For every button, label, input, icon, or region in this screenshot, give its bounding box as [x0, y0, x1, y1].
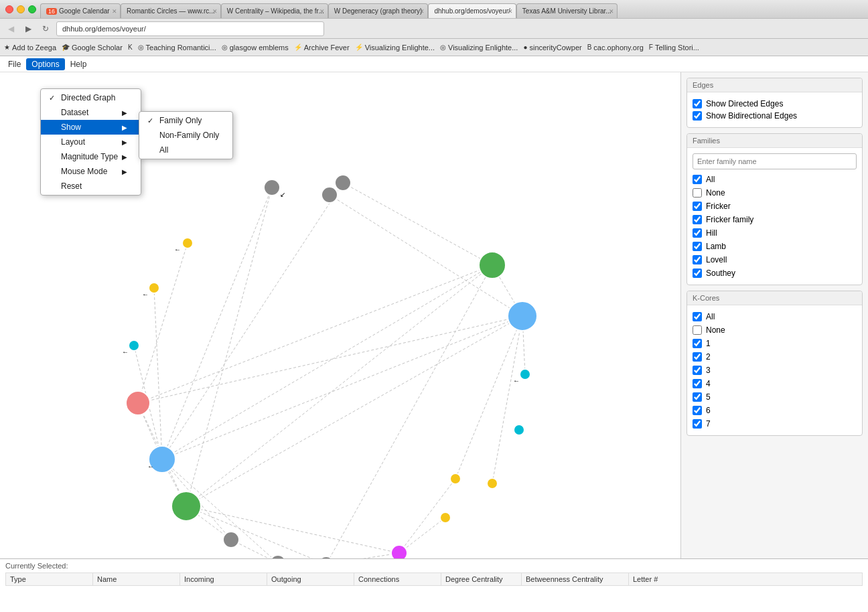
tab-dhhub[interactable]: dhhub.org/demos/voyeur/ ✕ — [428, 3, 516, 18]
kcores-list: All None 1 — [687, 305, 862, 435]
tab-romantic-circles[interactable]: Romantic Circles — www.rc... ✕ — [121, 3, 221, 18]
bookmark-visualizing[interactable]: ◎ Visualizing Enlighte... — [440, 44, 518, 52]
tab-centrality[interactable]: W Centrality – Wikipedia, the fr... ✕ — [221, 3, 328, 18]
arrow-icon: ▶ — [122, 168, 127, 175]
bookmark-add-to-zeega[interactable]: ★ Add to Zeega — [4, 44, 56, 52]
kcore-4-row: 4 — [693, 378, 857, 390]
family-lovell-checkbox[interactable] — [693, 255, 702, 264]
graph-area[interactable]: ↙ ↙ ← ← ← — [0, 72, 680, 558]
svg-point-41 — [129, 340, 139, 351]
dropdown-reset[interactable]: Reset — [41, 179, 141, 194]
family-all-row: All — [693, 173, 857, 185]
svg-line-20 — [138, 243, 188, 403]
kcore-none-row: None — [693, 324, 857, 336]
visualizing-icon: ◎ — [440, 44, 446, 51]
tab-degeneracy[interactable]: W Degeneracy (graph theory) ✕ — [328, 3, 429, 18]
family-all-checkbox[interactable] — [693, 175, 702, 184]
forward-button[interactable]: ▶ — [21, 22, 35, 35]
family-search-input[interactable] — [693, 153, 857, 169]
family-none-checkbox[interactable] — [693, 188, 702, 198]
tab-google-calendar[interactable]: 16 Google Calendar ✕ — [40, 3, 121, 18]
refresh-button[interactable]: ↻ — [39, 22, 52, 35]
bookmark-telling[interactable]: F Telling Stori... — [649, 44, 699, 52]
show-all[interactable]: All — [139, 143, 232, 157]
family-fricker-checkbox[interactable] — [693, 202, 702, 211]
tab-close-icon[interactable]: ✕ — [609, 8, 614, 15]
tab-tamu[interactable]: Texas A&M University Librar... ✕ — [516, 3, 618, 18]
tab-close-icon[interactable]: ✕ — [508, 8, 513, 15]
svg-line-7 — [326, 265, 492, 558]
kcore-1-label: 1 — [706, 339, 711, 348]
families-section-title: Families — [687, 134, 862, 148]
address-input[interactable] — [56, 21, 324, 36]
dropdown-layout[interactable]: Layout ▶ — [41, 135, 141, 149]
show-submenu: ✓ Family Only Non-Family Only All — [139, 111, 233, 159]
cacophony-icon: B — [587, 44, 592, 51]
teaching-icon: ◎ — [138, 44, 144, 51]
svg-line-21 — [154, 288, 162, 459]
family-lovell-label: Lovell — [706, 255, 727, 264]
col-name: Name — [93, 573, 180, 585]
menu-help[interactable]: Help — [65, 58, 92, 70]
family-fricker-family-checkbox[interactable] — [693, 215, 702, 224]
dropdown-directed-graph[interactable]: ✓ Directed Graph — [41, 90, 141, 105]
dropdown-mouse-mode[interactable]: Mouse Mode ▶ — [41, 164, 141, 179]
bookmark-glasgow[interactable]: ◎ glasgow emblems — [222, 44, 289, 52]
family-none-row: None — [693, 187, 857, 199]
title-bar: 16 Google Calendar ✕ Romantic Circles — … — [0, 0, 868, 19]
kcore-2-checkbox[interactable] — [693, 352, 702, 362]
family-lamb-label: Lamb — [706, 242, 726, 251]
tab-close-icon[interactable]: ✕ — [319, 8, 325, 15]
close-button[interactable] — [5, 5, 13, 13]
menu-file[interactable]: File — [3, 58, 26, 70]
kcore-5-checkbox[interactable] — [693, 392, 702, 402]
bookmark-google-scholar[interactable]: 🎓 Google Scholar — [62, 44, 123, 52]
bookmark-archive[interactable]: ⚡ Archive Fever — [294, 44, 350, 52]
arrow-icon: ▶ — [122, 109, 127, 117]
tab-close-icon[interactable]: ✕ — [212, 8, 218, 15]
tab-close-icon[interactable]: ✕ — [112, 8, 117, 15]
family-southey-checkbox[interactable] — [693, 269, 702, 278]
svg-point-57 — [391, 545, 407, 558]
dropdown-magnitude-type[interactable]: Magnitude Type ▶ — [41, 149, 141, 164]
svg-line-1 — [138, 316, 522, 403]
dropdown-dataset[interactable]: Dataset ▶ — [41, 105, 141, 120]
svg-text:←: ← — [174, 246, 181, 253]
family-lamb-checkbox[interactable] — [693, 242, 702, 251]
kcore-3-checkbox[interactable] — [693, 366, 702, 375]
family-hill-checkbox[interactable] — [693, 228, 702, 238]
kcore-1-row: 1 — [693, 337, 857, 350]
menu-bar: File Options Help — [0, 56, 868, 72]
menu-options[interactable]: Options — [26, 58, 64, 70]
kcore-all-checkbox[interactable] — [693, 312, 702, 321]
bookmark-teaching[interactable]: ◎ Teaching Romantici... — [138, 44, 216, 52]
app-area: File Options Help — [0, 56, 868, 612]
show-bidirectional-edges-checkbox[interactable] — [693, 111, 702, 121]
family-fricker-family-label: Fricker family — [706, 215, 753, 224]
kcore-7-checkbox[interactable] — [693, 419, 702, 429]
bookmark-thoughts[interactable]: ⚡ Visualizing Enlighte... — [355, 44, 435, 52]
show-directed-edges-checkbox[interactable] — [693, 99, 702, 108]
kcore-6-checkbox[interactable] — [693, 406, 702, 415]
kcore-7-label: 7 — [706, 419, 711, 429]
svg-point-51 — [171, 491, 201, 521]
minimize-button[interactable] — [17, 5, 25, 13]
svg-text:←: ← — [147, 463, 154, 470]
col-connections: Connections — [354, 573, 441, 585]
tab-close-icon[interactable]: ✕ — [419, 8, 425, 15]
bookmark-k[interactable]: K — [128, 44, 133, 51]
dropdown-show[interactable]: Show ▶ — [41, 120, 141, 135]
show-family-only[interactable]: ✓ Family Only — [139, 113, 232, 128]
show-non-family-only[interactable]: Non-Family Only — [139, 128, 232, 143]
svg-text:←: ← — [142, 291, 149, 298]
kcore-4-checkbox[interactable] — [693, 379, 702, 388]
bookmark-cacophony[interactable]: B cac.ophony.org — [587, 44, 644, 52]
family-lovell-row: Lovell — [693, 254, 857, 266]
maximize-button[interactable] — [28, 5, 36, 13]
svg-line-28 — [186, 187, 272, 506]
bookmark-sincerity[interactable]: ● sincerityCowper — [523, 44, 581, 52]
back-button[interactable]: ◀ — [4, 22, 17, 35]
kcore-1-checkbox[interactable] — [693, 339, 702, 348]
kcore-none-checkbox[interactable] — [693, 325, 702, 335]
svg-point-60 — [487, 478, 498, 489]
